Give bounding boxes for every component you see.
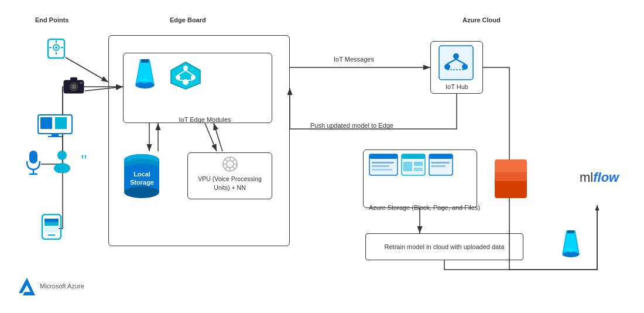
svg-point-50 xyxy=(191,75,196,80)
svg-rect-86 xyxy=(403,162,412,171)
svg-point-49 xyxy=(176,75,180,80)
retrain-flask-icon xyxy=(559,230,583,261)
svg-line-68 xyxy=(225,159,227,161)
svg-text:": " xyxy=(81,152,87,169)
push-model-label: Push updated model to Edge xyxy=(310,122,393,129)
microsoft-azure-logo: Microsoft Azure xyxy=(18,277,84,295)
azure-storage-label: Azure Storage (Block, Page, and Files) xyxy=(366,204,483,211)
azure-blob-icon xyxy=(492,157,530,203)
svg-point-63 xyxy=(227,161,234,168)
local-storage-icon: LocalStorage xyxy=(120,149,164,205)
iot-modules-icons xyxy=(132,59,202,93)
svg-line-71 xyxy=(225,167,227,169)
camera-icon xyxy=(63,76,84,94)
retrain-box: Retrain model in cloud with uploaded dat… xyxy=(365,233,523,260)
svg-rect-88 xyxy=(414,168,423,171)
vpu-label: VPU (Voice Processing Units) + NN xyxy=(190,155,269,192)
svg-rect-82 xyxy=(372,165,389,167)
phone-icon xyxy=(40,214,63,240)
svg-point-46 xyxy=(141,79,150,83)
monitor-icon xyxy=(37,114,73,138)
svg-point-74 xyxy=(444,64,450,70)
svg-rect-80 xyxy=(369,154,398,159)
touch-icon xyxy=(47,38,66,59)
iot-messages-label: IoT Messages xyxy=(334,56,374,63)
mlflow-label: mlflow xyxy=(580,170,619,185)
end-points-title: End Points xyxy=(35,16,68,23)
svg-rect-32 xyxy=(29,151,37,164)
iot-hub-icon xyxy=(438,45,474,83)
svg-rect-90 xyxy=(429,154,453,159)
svg-rect-31 xyxy=(48,136,62,137)
retrain-label: Retrain model in cloud with uploaded dat… xyxy=(382,241,507,253)
svg-point-24 xyxy=(71,84,76,89)
svg-rect-87 xyxy=(414,162,423,166)
edge-board-title: Edge Board xyxy=(170,16,206,23)
svg-rect-45 xyxy=(141,59,149,63)
azure-storage-icons xyxy=(369,154,453,176)
vpu-text: VPU (Voice Processing Units) + NN xyxy=(198,175,262,191)
svg-point-58 xyxy=(124,186,159,198)
svg-rect-26 xyxy=(80,82,83,84)
svg-rect-28 xyxy=(40,117,52,129)
svg-rect-30 xyxy=(52,134,59,136)
svg-point-73 xyxy=(453,53,459,59)
svg-line-70 xyxy=(233,159,235,161)
svg-rect-98 xyxy=(567,230,574,233)
svg-point-17 xyxy=(55,46,57,49)
svg-point-48 xyxy=(183,66,188,70)
svg-rect-85 xyxy=(402,154,425,159)
local-storage-label: LocalStorage xyxy=(120,170,164,187)
svg-point-75 xyxy=(462,64,468,70)
svg-point-99 xyxy=(567,249,575,253)
azure-cloud-title: Azure Cloud xyxy=(463,16,501,23)
svg-point-35 xyxy=(57,151,67,160)
mlflow-flow: flow xyxy=(593,170,619,185)
svg-rect-92 xyxy=(431,165,446,167)
svg-rect-72 xyxy=(439,46,473,80)
svg-rect-41 xyxy=(44,222,59,226)
iot-hub-label: IoT Hub xyxy=(438,83,476,90)
microphone-icon xyxy=(25,149,42,175)
svg-rect-81 xyxy=(372,162,394,164)
iot-modules-label: IoT Edge Modules xyxy=(132,116,278,123)
svg-point-36 xyxy=(54,163,70,173)
svg-rect-91 xyxy=(431,162,450,164)
svg-marker-100 xyxy=(19,278,35,295)
speech-icon: " xyxy=(81,152,97,169)
svg-rect-40 xyxy=(44,219,59,222)
person-icon xyxy=(52,149,73,173)
svg-rect-25 xyxy=(70,77,77,81)
svg-rect-83 xyxy=(372,169,392,171)
svg-rect-95 xyxy=(495,159,527,172)
azure-logo-text: Microsoft Azure xyxy=(40,282,84,290)
svg-line-69 xyxy=(233,167,235,169)
svg-marker-29 xyxy=(55,117,67,129)
